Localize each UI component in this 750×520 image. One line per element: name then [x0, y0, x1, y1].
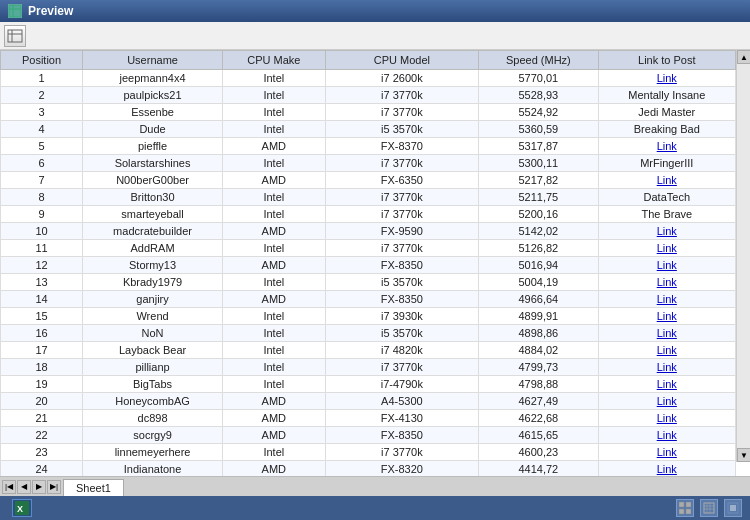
table-cell: Intel — [223, 444, 326, 461]
table-cell: A4-5300 — [325, 393, 478, 410]
table-cell: 5360,59 — [479, 121, 598, 138]
table-cell: Intel — [223, 70, 326, 87]
table-cell: AMD — [223, 393, 326, 410]
table-cell: pillianp — [83, 359, 223, 376]
link-cell[interactable]: Link — [598, 223, 735, 240]
scroll-track[interactable] — [737, 64, 750, 448]
tab-first-button[interactable]: |◀ — [2, 480, 16, 494]
link-cell[interactable]: Link — [598, 461, 735, 477]
table-row: 5pieffleAMDFX-83705317,87Link — [1, 138, 736, 155]
excel-icon: X — [12, 499, 32, 517]
table-cell: 8 — [1, 189, 83, 206]
toolbar-button[interactable] — [4, 25, 26, 47]
svg-rect-11 — [686, 509, 691, 514]
table-cell: Wrend — [83, 308, 223, 325]
table-cell: AMD — [223, 461, 326, 477]
status-bar: X — [0, 496, 750, 520]
link-cell[interactable]: Link — [598, 410, 735, 427]
table-cell: 22 — [1, 427, 83, 444]
table-row: 13Kbrady1979Inteli5 3570k5004,19Link — [1, 274, 736, 291]
table-cell: 4898,86 — [479, 325, 598, 342]
link-cell[interactable]: Link — [598, 376, 735, 393]
link-cell[interactable]: Link — [598, 257, 735, 274]
table-cell: 4622,68 — [479, 410, 598, 427]
vertical-scrollbar[interactable]: ▲ ▼ — [736, 50, 750, 462]
svg-rect-9 — [686, 502, 691, 507]
table-cell: i5 3570k — [325, 325, 478, 342]
link-cell[interactable]: Link — [598, 308, 735, 325]
table-cell: AMD — [223, 257, 326, 274]
sheet-tab[interactable]: Sheet1 — [63, 479, 124, 496]
table-cell: i7 3770k — [325, 87, 478, 104]
main-window: Preview Position Username CPU Make — [0, 0, 750, 520]
svg-rect-12 — [704, 503, 714, 513]
table-cell: 19 — [1, 376, 83, 393]
link-cell[interactable]: Link — [598, 138, 735, 155]
link-cell[interactable]: Link — [598, 325, 735, 342]
toolbar — [0, 22, 750, 50]
link-cell[interactable]: Link — [598, 70, 735, 87]
table-cell: Layback Bear — [83, 342, 223, 359]
link-cell[interactable]: Link — [598, 274, 735, 291]
table-row: 11AddRAMInteli7 3770k5126,82Link — [1, 240, 736, 257]
table-row: 8Britton30Inteli7 3770k5211,75DataTech — [1, 189, 736, 206]
status-icon-2[interactable] — [700, 499, 718, 517]
table-cell: 5016,94 — [479, 257, 598, 274]
table-cell: 5200,16 — [479, 206, 598, 223]
table-cell: i7 3770k — [325, 444, 478, 461]
table-cell: i5 3570k — [325, 121, 478, 138]
table-cell: FX-8350 — [325, 291, 478, 308]
link-cell: MrFingerIII — [598, 155, 735, 172]
table-cell: AMD — [223, 172, 326, 189]
table-cell: FX-8350 — [325, 257, 478, 274]
scroll-down-button[interactable]: ▼ — [737, 448, 750, 462]
tab-prev-button[interactable]: ◀ — [17, 480, 31, 494]
tab-last-button[interactable]: ▶| — [47, 480, 61, 494]
table-row: 10madcratebuilderAMDFX-95905142,02Link — [1, 223, 736, 240]
table-cell: Intel — [223, 104, 326, 121]
link-cell[interactable]: Link — [598, 444, 735, 461]
table-cell: 2 — [1, 87, 83, 104]
table-container[interactable]: Position Username CPU Make CPU Model Spe… — [0, 50, 750, 476]
link-cell[interactable]: Link — [598, 240, 735, 257]
tab-next-button[interactable]: ▶ — [32, 480, 46, 494]
table-row: 23linnemeyerhereInteli7 3770k4600,23Link — [1, 444, 736, 461]
table-cell: i7 2600k — [325, 70, 478, 87]
table-cell: 5524,92 — [479, 104, 598, 121]
status-icon-3[interactable] — [724, 499, 742, 517]
table-cell: 11 — [1, 240, 83, 257]
table-cell: Intel — [223, 121, 326, 138]
table-cell: i7 3770k — [325, 189, 478, 206]
table-row: 15WrendInteli7 3930k4899,91Link — [1, 308, 736, 325]
table-cell: i7 3770k — [325, 359, 478, 376]
table-cell: Indianatone — [83, 461, 223, 477]
table-cell: AMD — [223, 427, 326, 444]
table-cell: i7 3770k — [325, 240, 478, 257]
status-icon-1[interactable] — [676, 499, 694, 517]
table-cell: i7-4790k — [325, 376, 478, 393]
link-cell: Mentally Insane — [598, 87, 735, 104]
scroll-up-button[interactable]: ▲ — [737, 50, 750, 64]
table-row: 21dc898AMDFX-41304622,68Link — [1, 410, 736, 427]
table-cell: 4615,65 — [479, 427, 598, 444]
table-cell: 4799,73 — [479, 359, 598, 376]
link-cell[interactable]: Link — [598, 427, 735, 444]
table-cell: 5528,93 — [479, 87, 598, 104]
table-cell: 15 — [1, 308, 83, 325]
link-cell[interactable]: Link — [598, 291, 735, 308]
link-cell[interactable]: Link — [598, 172, 735, 189]
content-area: Position Username CPU Make CPU Model Spe… — [0, 22, 750, 496]
table-cell: 5 — [1, 138, 83, 155]
table-cell: 4899,91 — [479, 308, 598, 325]
col-speed: Speed (MHz) — [479, 51, 598, 70]
link-cell[interactable]: Link — [598, 359, 735, 376]
col-username: Username — [83, 51, 223, 70]
link-cell: DataTech — [598, 189, 735, 206]
table-cell: AMD — [223, 291, 326, 308]
title-bar: Preview — [0, 0, 750, 22]
table-cell: smarteyeball — [83, 206, 223, 223]
svg-text:X: X — [17, 504, 23, 514]
table-cell: 16 — [1, 325, 83, 342]
link-cell[interactable]: Link — [598, 393, 735, 410]
link-cell[interactable]: Link — [598, 342, 735, 359]
